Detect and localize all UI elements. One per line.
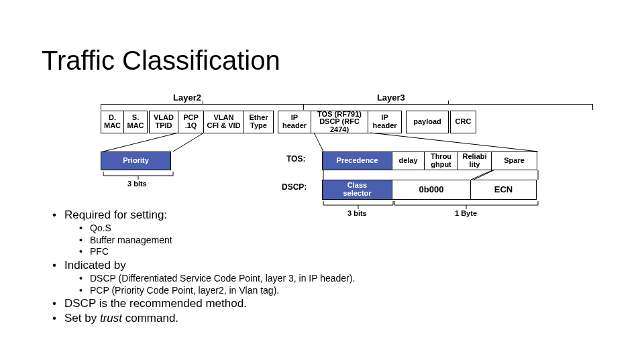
svg-line-2 <box>314 133 323 152</box>
field-ip-header-1: IPheader <box>278 111 311 133</box>
dscp-row: Classselector 0b000 ECN <box>322 180 537 200</box>
field-priority: Priority <box>101 152 171 170</box>
svg-line-1 <box>173 133 204 152</box>
header-row: D.MAC S.MAC VLADTPID PCP.1Q VLANCFI & VI… <box>101 111 604 133</box>
svg-line-6 <box>474 170 494 180</box>
bullet-required: Required for setting: <box>52 208 355 222</box>
note-3bits-priority: 3 bits <box>127 180 147 188</box>
bullet-dscp-desc: DSCP (Differentiated Service Code Point,… <box>52 273 355 285</box>
field-ecn: ECN <box>471 180 537 200</box>
bullet-setby-post: command. <box>122 312 178 324</box>
packet-diagram: Layer2 Layer3 D.MAC S.MAC VLADTPID PCP.1… <box>101 93 604 133</box>
field-tos-dscp: TOS (RF791)DSCP (RFC 2474) <box>311 111 368 133</box>
bullet-indicated: Indicated by <box>52 258 355 272</box>
bracket-l2 <box>101 104 304 110</box>
layer-labels: Layer2 Layer3 <box>101 93 604 103</box>
layer3-label: Layer3 <box>377 93 405 103</box>
layer2-label: Layer2 <box>173 93 201 103</box>
field-dmac: D.MAC <box>101 111 124 133</box>
page-title: Traffic Classification <box>42 46 280 76</box>
field-reliability: Reliability <box>458 152 492 170</box>
field-0b000: 0b000 <box>392 180 471 200</box>
tos-row: Priority Precedence delay Throughput Rel… <box>101 152 537 170</box>
svg-line-5 <box>471 170 492 180</box>
dscp-label: DSCP: <box>282 182 307 192</box>
bullet-qos: Qo.S <box>52 223 355 235</box>
bullet-content: Required for setting: Qo.S Buffer manage… <box>52 208 355 326</box>
note-1byte: 1 Byte <box>455 209 477 217</box>
field-ip-header-2: IPheader <box>368 111 402 133</box>
bracket-row <box>101 104 604 111</box>
bullet-recommended: DSCP is the recommended method. <box>52 296 355 310</box>
field-precedence: Precedence <box>322 152 392 170</box>
field-throughput: Throughput <box>425 152 458 170</box>
bullet-buffer: Buffer management <box>52 235 355 247</box>
field-spare: Spare <box>492 152 537 170</box>
bullet-pcp-desc: PCP (Priority Code Point, layer2, in Vla… <box>52 285 355 297</box>
field-vlad-tpid: VLADTPID <box>149 111 178 133</box>
bullet-setby: Set by trust command. <box>52 311 355 325</box>
bullet-setby-em: trust <box>100 312 122 324</box>
svg-line-3 <box>370 133 538 152</box>
bullet-setby-pre: Set by <box>64 312 100 324</box>
bullet-pfc: PFC <box>52 246 355 258</box>
bracket-l3 <box>303 104 593 110</box>
svg-line-0 <box>103 133 178 152</box>
field-delay: delay <box>392 152 425 170</box>
field-smac: S.MAC <box>124 111 148 133</box>
field-payload: payload <box>406 111 449 133</box>
field-ethertype: EtherType <box>244 111 274 133</box>
field-crc: CRC <box>450 111 476 133</box>
field-vlan: VLANCFI & VID <box>204 111 244 133</box>
slide: Traffic Classification Layer2 Layer3 D.M… <box>0 0 644 362</box>
field-pcp: PCP.1Q <box>178 111 204 133</box>
field-class-selector: Classselector <box>322 180 392 200</box>
